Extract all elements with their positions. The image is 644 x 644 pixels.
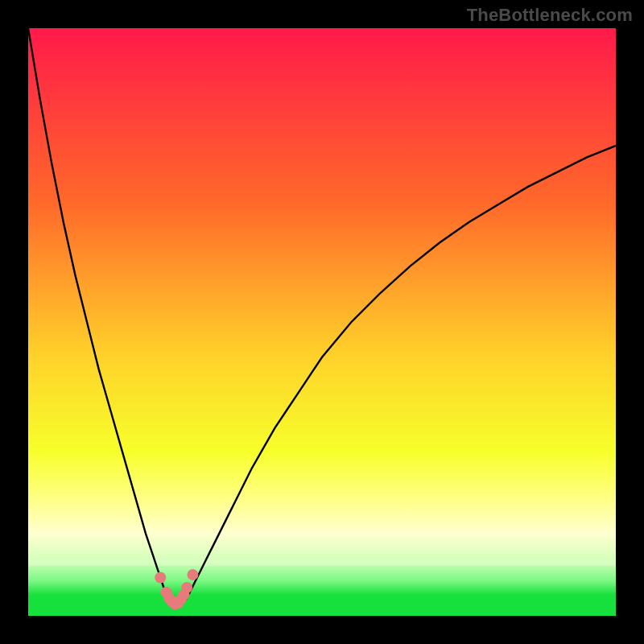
svg-rect-0 — [28, 560, 616, 566]
plot-area — [28, 28, 616, 616]
green-band — [28, 560, 616, 566]
sweet-spot-dot — [187, 569, 198, 580]
sweet-spot-dot — [155, 572, 166, 584]
gradient-background — [28, 28, 616, 616]
chart-frame: TheBottleneck.com — [0, 0, 644, 644]
chart-svg — [28, 28, 616, 616]
watermark-text: TheBottleneck.com — [467, 5, 633, 26]
sweet-spot-dot — [181, 582, 192, 593]
